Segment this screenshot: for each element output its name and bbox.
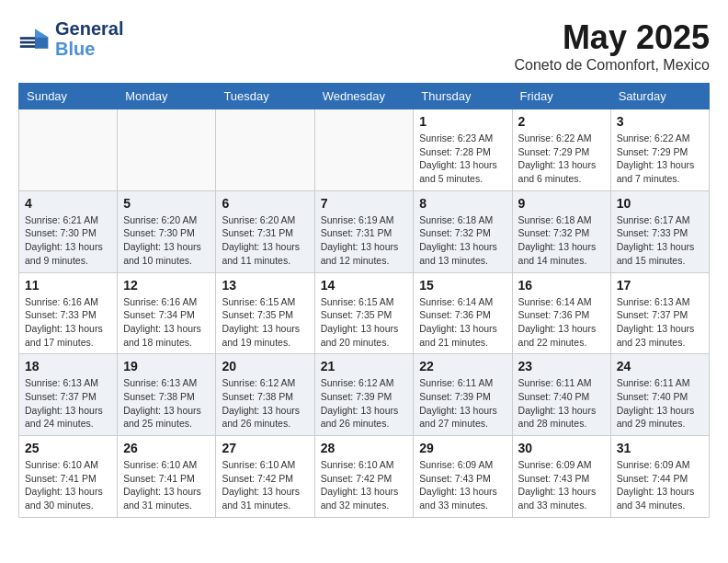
day-info: Sunrise: 6:13 AMSunset: 7:37 PMDaylight:… bbox=[25, 376, 111, 431]
day-number: 2 bbox=[518, 114, 605, 129]
day-number: 25 bbox=[25, 441, 111, 455]
day-info: Sunrise: 6:19 AMSunset: 7:31 PMDaylight:… bbox=[321, 213, 408, 268]
svg-rect-3 bbox=[20, 45, 35, 48]
day-info: Sunrise: 6:09 AMSunset: 7:44 PMDaylight:… bbox=[617, 458, 703, 512]
day-number: 9 bbox=[518, 196, 605, 211]
calendar-week-row: 11Sunrise: 6:16 AMSunset: 7:33 PMDayligh… bbox=[19, 272, 710, 354]
calendar-day-cell: 4Sunrise: 6:21 AMSunset: 7:30 PMDaylight… bbox=[19, 190, 118, 272]
calendar-day-cell bbox=[216, 109, 314, 191]
calendar-day-cell: 2Sunrise: 6:22 AMSunset: 7:29 PMDaylight… bbox=[512, 109, 610, 191]
day-number: 14 bbox=[321, 278, 408, 293]
logo-text: General Blue bbox=[55, 18, 123, 59]
calendar-week-row: 1Sunrise: 6:23 AMSunset: 7:28 PMDaylight… bbox=[19, 109, 710, 191]
day-number: 23 bbox=[518, 359, 605, 373]
calendar-day-cell: 23Sunrise: 6:11 AMSunset: 7:40 PMDayligh… bbox=[512, 354, 610, 436]
day-info: Sunrise: 6:16 AMSunset: 7:34 PMDaylight:… bbox=[123, 295, 210, 350]
day-info: Sunrise: 6:20 AMSunset: 7:31 PMDaylight:… bbox=[222, 213, 308, 268]
calendar-day-cell: 1Sunrise: 6:23 AMSunset: 7:28 PMDaylight… bbox=[414, 109, 512, 191]
day-info: Sunrise: 6:09 AMSunset: 7:43 PMDaylight:… bbox=[518, 458, 605, 512]
day-number: 27 bbox=[222, 441, 308, 455]
calendar-day-cell: 27Sunrise: 6:10 AMSunset: 7:42 PMDayligh… bbox=[216, 436, 314, 518]
calendar-day-cell: 5Sunrise: 6:20 AMSunset: 7:30 PMDaylight… bbox=[118, 190, 216, 272]
calendar-day-cell: 22Sunrise: 6:11 AMSunset: 7:39 PMDayligh… bbox=[414, 354, 512, 436]
day-number: 8 bbox=[419, 196, 506, 211]
calendar-day-cell: 3Sunrise: 6:22 AMSunset: 7:29 PMDaylight… bbox=[610, 109, 709, 191]
day-number: 5 bbox=[123, 196, 210, 211]
calendar-week-row: 4Sunrise: 6:21 AMSunset: 7:30 PMDaylight… bbox=[19, 190, 710, 272]
calendar-day-cell: 17Sunrise: 6:13 AMSunset: 7:37 PMDayligh… bbox=[610, 272, 709, 354]
calendar-day-cell bbox=[19, 109, 118, 191]
day-number: 29 bbox=[419, 441, 506, 455]
calendar-day-cell: 28Sunrise: 6:10 AMSunset: 7:42 PMDayligh… bbox=[314, 436, 414, 518]
day-number: 10 bbox=[617, 196, 703, 211]
day-number: 1 bbox=[419, 114, 506, 129]
day-number: 11 bbox=[25, 278, 111, 293]
day-info: Sunrise: 6:10 AMSunset: 7:41 PMDaylight:… bbox=[25, 458, 111, 512]
calendar-day-cell: 11Sunrise: 6:16 AMSunset: 7:33 PMDayligh… bbox=[19, 272, 118, 354]
day-number: 22 bbox=[419, 359, 506, 373]
day-info: Sunrise: 6:13 AMSunset: 7:37 PMDaylight:… bbox=[617, 295, 703, 350]
weekday-header: Sunday bbox=[19, 84, 118, 109]
calendar-day-cell: 16Sunrise: 6:14 AMSunset: 7:36 PMDayligh… bbox=[512, 272, 610, 354]
calendar-week-row: 25Sunrise: 6:10 AMSunset: 7:41 PMDayligh… bbox=[19, 436, 710, 518]
day-info: Sunrise: 6:11 AMSunset: 7:40 PMDaylight:… bbox=[617, 376, 703, 431]
weekday-header: Saturday bbox=[610, 84, 709, 109]
day-number: 24 bbox=[617, 359, 703, 373]
calendar-day-cell: 20Sunrise: 6:12 AMSunset: 7:38 PMDayligh… bbox=[216, 354, 314, 436]
day-info: Sunrise: 6:14 AMSunset: 7:36 PMDaylight:… bbox=[518, 295, 605, 350]
day-info: Sunrise: 6:18 AMSunset: 7:32 PMDaylight:… bbox=[518, 213, 605, 268]
month-title: May 2025 bbox=[514, 18, 710, 57]
day-number: 4 bbox=[25, 196, 111, 211]
calendar-day-cell: 19Sunrise: 6:13 AMSunset: 7:38 PMDayligh… bbox=[118, 354, 216, 436]
day-info: Sunrise: 6:10 AMSunset: 7:41 PMDaylight:… bbox=[123, 458, 210, 512]
weekday-header: Tuesday bbox=[216, 84, 314, 109]
logo-icon bbox=[18, 22, 51, 55]
day-info: Sunrise: 6:15 AMSunset: 7:35 PMDaylight:… bbox=[222, 295, 308, 350]
weekday-header: Monday bbox=[118, 84, 216, 109]
day-number: 30 bbox=[518, 441, 605, 455]
calendar-day-cell: 7Sunrise: 6:19 AMSunset: 7:31 PMDaylight… bbox=[314, 190, 414, 272]
calendar-day-cell: 31Sunrise: 6:09 AMSunset: 7:44 PMDayligh… bbox=[610, 436, 709, 518]
weekday-header: Friday bbox=[512, 84, 610, 109]
day-info: Sunrise: 6:12 AMSunset: 7:38 PMDaylight:… bbox=[222, 376, 308, 431]
calendar-day-cell: 12Sunrise: 6:16 AMSunset: 7:34 PMDayligh… bbox=[118, 272, 216, 354]
calendar-header-row: SundayMondayTuesdayWednesdayThursdayFrid… bbox=[19, 84, 710, 109]
calendar-day-cell: 29Sunrise: 6:09 AMSunset: 7:43 PMDayligh… bbox=[414, 436, 512, 518]
calendar-day-cell: 8Sunrise: 6:18 AMSunset: 7:32 PMDaylight… bbox=[414, 190, 512, 272]
calendar-day-cell: 10Sunrise: 6:17 AMSunset: 7:33 PMDayligh… bbox=[610, 190, 709, 272]
day-info: Sunrise: 6:22 AMSunset: 7:29 PMDaylight:… bbox=[518, 132, 605, 186]
day-info: Sunrise: 6:23 AMSunset: 7:28 PMDaylight:… bbox=[419, 132, 506, 186]
day-number: 13 bbox=[222, 278, 308, 293]
calendar-day-cell: 18Sunrise: 6:13 AMSunset: 7:37 PMDayligh… bbox=[19, 354, 118, 436]
day-number: 26 bbox=[123, 441, 210, 455]
day-info: Sunrise: 6:22 AMSunset: 7:29 PMDaylight:… bbox=[617, 132, 703, 186]
day-number: 7 bbox=[321, 196, 408, 211]
calendar-day-cell: 15Sunrise: 6:14 AMSunset: 7:36 PMDayligh… bbox=[414, 272, 512, 354]
day-info: Sunrise: 6:17 AMSunset: 7:33 PMDaylight:… bbox=[617, 213, 703, 268]
day-number: 17 bbox=[617, 278, 703, 293]
day-info: Sunrise: 6:15 AMSunset: 7:35 PMDaylight:… bbox=[321, 295, 408, 350]
weekday-header: Wednesday bbox=[314, 84, 414, 109]
day-info: Sunrise: 6:14 AMSunset: 7:36 PMDaylight:… bbox=[419, 295, 506, 350]
day-info: Sunrise: 6:11 AMSunset: 7:39 PMDaylight:… bbox=[419, 376, 506, 431]
calendar-day-cell: 13Sunrise: 6:15 AMSunset: 7:35 PMDayligh… bbox=[216, 272, 314, 354]
page-header: General Blue May 2025 Coneto de Comonfor… bbox=[18, 18, 710, 74]
calendar-day-cell: 6Sunrise: 6:20 AMSunset: 7:31 PMDaylight… bbox=[216, 190, 314, 272]
day-info: Sunrise: 6:10 AMSunset: 7:42 PMDaylight:… bbox=[321, 458, 408, 512]
calendar-week-row: 18Sunrise: 6:13 AMSunset: 7:37 PMDayligh… bbox=[19, 354, 710, 436]
calendar-day-cell: 30Sunrise: 6:09 AMSunset: 7:43 PMDayligh… bbox=[512, 436, 610, 518]
svg-marker-5 bbox=[35, 37, 48, 49]
day-info: Sunrise: 6:20 AMSunset: 7:30 PMDaylight:… bbox=[123, 213, 210, 268]
calendar-day-cell bbox=[314, 109, 414, 191]
day-info: Sunrise: 6:12 AMSunset: 7:39 PMDaylight:… bbox=[321, 376, 408, 431]
calendar-day-cell: 9Sunrise: 6:18 AMSunset: 7:32 PMDaylight… bbox=[512, 190, 610, 272]
day-number: 15 bbox=[419, 278, 506, 293]
svg-rect-1 bbox=[20, 37, 35, 40]
day-info: Sunrise: 6:10 AMSunset: 7:42 PMDaylight:… bbox=[222, 458, 308, 512]
day-info: Sunrise: 6:18 AMSunset: 7:32 PMDaylight:… bbox=[419, 213, 506, 268]
day-number: 28 bbox=[321, 441, 408, 455]
day-info: Sunrise: 6:11 AMSunset: 7:40 PMDaylight:… bbox=[518, 376, 605, 431]
title-section: May 2025 Coneto de Comonfort, Mexico bbox=[514, 18, 710, 74]
day-number: 20 bbox=[222, 359, 308, 373]
calendar-day-cell: 26Sunrise: 6:10 AMSunset: 7:41 PMDayligh… bbox=[118, 436, 216, 518]
